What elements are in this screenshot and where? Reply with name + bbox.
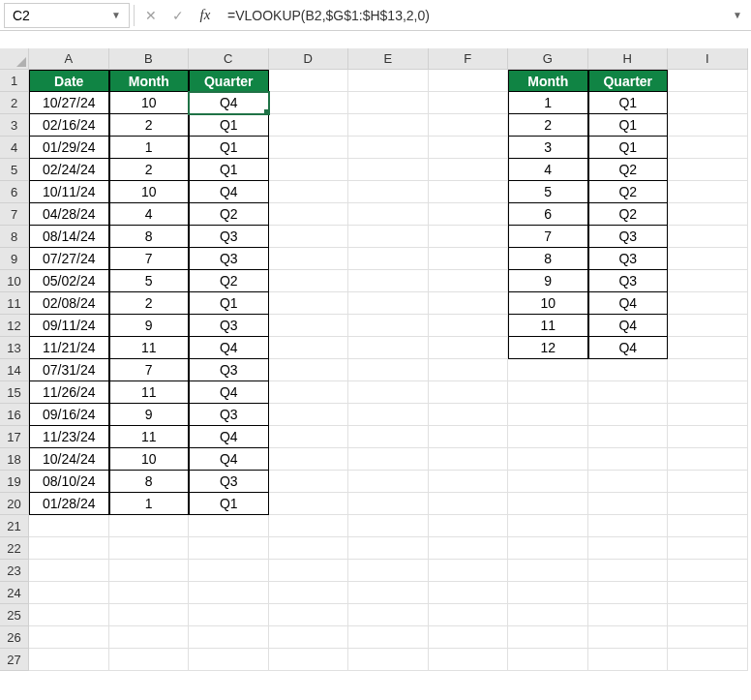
cell-F13[interactable]	[429, 337, 509, 359]
cell-E24[interactable]	[348, 582, 429, 604]
cell-I26[interactable]	[668, 626, 748, 649]
cell-E6[interactable]	[348, 181, 429, 203]
cell-H22[interactable]	[588, 537, 669, 560]
cell-H13[interactable]: Q4	[588, 337, 669, 359]
cell-I18[interactable]	[668, 448, 748, 471]
cell-D5[interactable]	[269, 159, 349, 181]
cell-A11[interactable]: 02/08/24	[29, 292, 109, 315]
cell-I13[interactable]	[668, 337, 748, 359]
cell-E9[interactable]	[348, 248, 429, 270]
cell-A5[interactable]: 02/24/24	[29, 159, 109, 181]
cell-D27[interactable]	[269, 649, 349, 671]
cell-B21[interactable]	[109, 515, 190, 537]
column-header-A[interactable]: A	[29, 48, 109, 70]
cell-H12[interactable]: Q4	[588, 315, 669, 337]
cell-F2[interactable]	[429, 92, 509, 114]
row-header-18[interactable]: 18	[0, 448, 29, 471]
row-header-20[interactable]: 20	[0, 493, 29, 515]
cell-G12[interactable]: 11	[508, 315, 588, 337]
cell-C21[interactable]	[189, 515, 269, 537]
cell-D7[interactable]	[269, 203, 349, 226]
row-header-4[interactable]: 4	[0, 137, 29, 159]
cell-B18[interactable]: 10	[109, 448, 190, 471]
cell-F19[interactable]	[429, 471, 509, 493]
cell-I16[interactable]	[668, 404, 748, 426]
cell-A10[interactable]: 05/02/24	[29, 270, 109, 292]
cell-A1[interactable]: Date	[29, 70, 109, 92]
column-header-G[interactable]: G	[508, 48, 588, 70]
cell-D23[interactable]	[269, 560, 349, 582]
cell-C7[interactable]: Q2	[189, 203, 269, 226]
column-header-H[interactable]: H	[588, 48, 669, 70]
cell-E8[interactable]	[348, 226, 429, 248]
row-header-2[interactable]: 2	[0, 92, 29, 114]
cell-I27[interactable]	[668, 649, 748, 671]
cell-I21[interactable]	[668, 515, 748, 537]
confirm-icon[interactable]: ✓	[165, 3, 191, 28]
cell-A18[interactable]: 10/24/24	[29, 448, 109, 471]
cell-C16[interactable]: Q3	[189, 404, 269, 426]
cell-B22[interactable]	[109, 537, 190, 560]
cell-G20[interactable]	[508, 493, 588, 515]
cell-C6[interactable]: Q4	[189, 181, 269, 203]
cell-G18[interactable]	[508, 448, 588, 471]
cell-F27[interactable]	[429, 649, 509, 671]
row-header-6[interactable]: 6	[0, 181, 29, 203]
row-header-26[interactable]: 26	[0, 626, 29, 649]
cell-G24[interactable]	[508, 582, 588, 604]
cell-A8[interactable]: 08/14/24	[29, 226, 109, 248]
cell-C13[interactable]: Q4	[189, 337, 269, 359]
cell-D9[interactable]	[269, 248, 349, 270]
cell-A16[interactable]: 09/16/24	[29, 404, 109, 426]
cell-B2[interactable]: 10	[109, 92, 190, 114]
cell-D8[interactable]	[269, 226, 349, 248]
cell-B6[interactable]: 10	[109, 181, 190, 203]
cell-E18[interactable]	[348, 448, 429, 471]
row-header-24[interactable]: 24	[0, 582, 29, 604]
row-header-23[interactable]: 23	[0, 560, 29, 582]
cell-B3[interactable]: 2	[109, 114, 190, 137]
cell-I23[interactable]	[668, 560, 748, 582]
cell-E4[interactable]	[348, 137, 429, 159]
cell-D17[interactable]	[269, 426, 349, 448]
cell-B26[interactable]	[109, 626, 190, 649]
cell-A27[interactable]	[29, 649, 109, 671]
cell-D22[interactable]	[269, 537, 349, 560]
cell-I15[interactable]	[668, 381, 748, 404]
column-header-F[interactable]: F	[429, 48, 509, 70]
cell-H21[interactable]	[588, 515, 669, 537]
cell-A17[interactable]: 11/23/24	[29, 426, 109, 448]
cell-A13[interactable]: 11/21/24	[29, 337, 109, 359]
cell-E27[interactable]	[348, 649, 429, 671]
cell-B15[interactable]: 11	[109, 381, 190, 404]
cell-I7[interactable]	[668, 203, 748, 226]
cell-D26[interactable]	[269, 626, 349, 649]
row-header-22[interactable]: 22	[0, 537, 29, 560]
cell-E10[interactable]	[348, 270, 429, 292]
cell-H5[interactable]: Q2	[588, 159, 669, 181]
cell-F24[interactable]	[429, 582, 509, 604]
cell-B11[interactable]: 2	[109, 292, 190, 315]
cell-F8[interactable]	[429, 226, 509, 248]
cell-G5[interactable]: 4	[508, 159, 588, 181]
cell-H27[interactable]	[588, 649, 669, 671]
cell-I25[interactable]	[668, 604, 748, 626]
row-header-3[interactable]: 3	[0, 114, 29, 137]
row-header-19[interactable]: 19	[0, 471, 29, 493]
formula-expand-icon[interactable]: ▼	[728, 3, 747, 28]
cell-G9[interactable]: 8	[508, 248, 588, 270]
cell-D16[interactable]	[269, 404, 349, 426]
cell-G19[interactable]	[508, 471, 588, 493]
cell-I11[interactable]	[668, 292, 748, 315]
cell-G8[interactable]: 7	[508, 226, 588, 248]
cell-A14[interactable]: 07/31/24	[29, 359, 109, 381]
cell-A24[interactable]	[29, 582, 109, 604]
cell-I6[interactable]	[668, 181, 748, 203]
cell-F12[interactable]	[429, 315, 509, 337]
cell-I17[interactable]	[668, 426, 748, 448]
cell-I3[interactable]	[668, 114, 748, 137]
cell-G4[interactable]: 3	[508, 137, 588, 159]
cell-H6[interactable]: Q2	[588, 181, 669, 203]
cell-D24[interactable]	[269, 582, 349, 604]
cell-F17[interactable]	[429, 426, 509, 448]
